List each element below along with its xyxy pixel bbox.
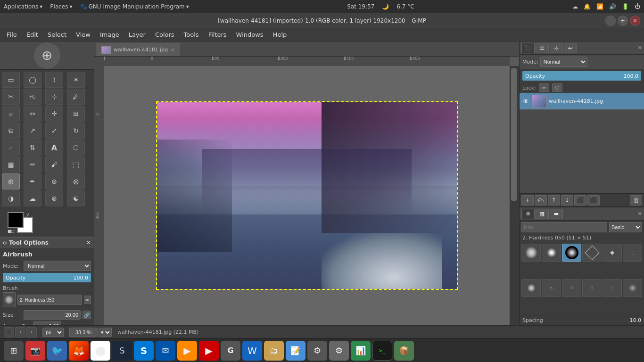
tool-airbrush[interactable]: ⊕	[2, 173, 20, 189]
mode-select[interactable]: Normal Multiply Screen	[24, 261, 91, 271]
menu-view[interactable]: View	[71, 30, 95, 39]
nav-forward-btn[interactable]: ›	[26, 327, 37, 337]
merge-down-btn[interactable]: ⬛	[574, 195, 586, 206]
size-input[interactable]	[24, 310, 81, 320]
taskbar-bluebird[interactable]: 🐦	[47, 341, 67, 361]
tool-transform[interactable]: ↗	[24, 123, 41, 139]
places-menu[interactable]: Places ▾	[50, 3, 72, 10]
tab-history[interactable]: ↩	[564, 43, 577, 53]
menu-tools[interactable]: Tools	[179, 30, 204, 39]
reset-colors-icon[interactable]: ■□	[8, 229, 15, 233]
taskbar-youtube[interactable]: ▶	[199, 341, 219, 361]
menu-filters[interactable]: Filters	[204, 30, 231, 39]
tool-free-select[interactable]: ⌇	[45, 72, 63, 88]
brush-cell-3[interactable]	[582, 244, 602, 262]
menu-colors[interactable]: Colors	[150, 30, 179, 39]
taskbar-files[interactable]: 🗂	[264, 341, 284, 361]
menu-edit[interactable]: Edit	[22, 30, 43, 39]
tab-close-btn[interactable]: ×	[171, 47, 174, 52]
taskbar-thunderbird[interactable]: ✉	[156, 341, 175, 361]
menu-help[interactable]: Help	[268, 30, 292, 39]
taskbar-gnome-settings[interactable]: ⚙	[307, 341, 327, 361]
tool-ink[interactable]: ✒	[24, 173, 41, 189]
tab-gradients[interactable]: ▬	[550, 209, 563, 219]
canvas-scrollbar-vertical[interactable]	[510, 66, 519, 331]
taskbar-gedit[interactable]: 📝	[286, 341, 305, 361]
brush-cell-4[interactable]: ✦	[603, 244, 622, 262]
layer-mode-select[interactable]: Normal Multiply Screen	[540, 57, 587, 67]
right-panel-close[interactable]: ✕	[638, 45, 642, 51]
taskbar-libreoffice[interactable]: W	[242, 341, 262, 361]
lock-pixels-btn[interactable]: ✏	[539, 83, 549, 92]
tool-scissors[interactable]: ✂	[2, 89, 20, 105]
tool-rotate[interactable]: ↻	[67, 123, 85, 139]
tool-bucket-fill[interactable]: ⬡	[67, 140, 85, 156]
brush-cell-2[interactable]	[562, 244, 581, 262]
brush-edit-icon[interactable]: ✏	[84, 296, 91, 304]
raise-layer-btn[interactable]: ↑	[548, 195, 560, 206]
brush-cell-6[interactable]	[521, 279, 541, 297]
taskbar-gimp[interactable]: G	[221, 341, 240, 361]
duplicate-layer-btn[interactable]: ⬛	[587, 195, 600, 206]
brush-cell-7[interactable]: ·:·	[542, 279, 561, 297]
brush-preset-select[interactable]: Basic,	[609, 222, 642, 232]
brush-preview-thumb[interactable]	[3, 292, 16, 307]
tool-convolve[interactable]: ⊗	[45, 190, 63, 206]
tool-blend[interactable]: ▦	[2, 156, 20, 173]
brush-cell-11[interactable]	[623, 279, 642, 297]
taskbar-steam[interactable]: S	[112, 341, 132, 361]
tool-zoom[interactable]: ⌕	[2, 106, 20, 122]
tool-align[interactable]: ⊞	[67, 106, 85, 122]
swap-colors-icon[interactable]: ↗	[25, 212, 30, 218]
brush-cell-1[interactable]	[542, 244, 561, 262]
taskbar-chrome[interactable]: ⬤	[91, 341, 110, 361]
taskbar-firefox[interactable]: 🦊	[69, 341, 89, 361]
brush-cell-9[interactable]: ⠿	[582, 279, 602, 297]
tool-paintbrush[interactable]: 🖌	[45, 156, 63, 173]
opacity-bar[interactable]: Opacity 100.0	[3, 273, 91, 282]
taskbar-terminal[interactable]: >_	[372, 341, 392, 361]
brush-cell-5[interactable]: ::.	[623, 244, 642, 262]
tool-fuzzy-select[interactable]: ✶	[67, 72, 85, 88]
tool-color-balance[interactable]: ☯	[67, 190, 85, 206]
tool-pencil[interactable]: ✏	[24, 156, 41, 173]
brush-filter-input[interactable]	[521, 222, 607, 232]
taskbar-archive[interactable]: 📦	[394, 341, 414, 361]
menu-image[interactable]: Image	[95, 30, 124, 39]
tool-scale[interactable]: ⤢	[45, 123, 63, 139]
tool-text[interactable]: A	[45, 140, 63, 156]
brush-cell-0[interactable]	[521, 244, 541, 262]
gimp-menu[interactable]: 🐾 GNU Image Manipulation Program ▾	[80, 3, 189, 10]
menu-select[interactable]: Select	[43, 30, 71, 39]
close-button[interactable]: ✕	[630, 16, 640, 26]
brush-name-field[interactable]	[17, 295, 82, 305]
tool-colorpick[interactable]: 🖊	[67, 89, 85, 105]
tool-ellipse-select[interactable]: ◯	[24, 72, 41, 88]
tab-layers[interactable]: ⬛	[521, 43, 535, 53]
maximize-button[interactable]: +	[618, 16, 628, 26]
nav-back-btn[interactable]: ‹	[15, 327, 25, 337]
layer-item-0[interactable]: 👁 wallhaven-44181.jpg	[520, 93, 644, 110]
taskbar-skype[interactable]: S	[134, 341, 154, 361]
unit-select[interactable]: px mm in	[42, 328, 64, 337]
tool-eraser[interactable]: ⬚	[67, 156, 85, 173]
tool-flip[interactable]: ⇅	[24, 140, 41, 156]
brushes-panel-close[interactable]: ✕	[638, 211, 642, 217]
zoom-input[interactable]	[69, 328, 98, 337]
fg-color-swatch[interactable]	[8, 212, 24, 228]
layers-opacity-bar[interactable]: Opacity 100.0	[522, 71, 641, 81]
tool-crop[interactable]: ⧉	[2, 123, 20, 139]
taskbar-monitor[interactable]: 📊	[351, 341, 371, 361]
tab-brushes[interactable]: ⊛	[521, 209, 535, 219]
layer-visibility-toggle[interactable]: 👁	[521, 97, 530, 106]
canvas-fit-btn[interactable]: ⬛	[4, 327, 14, 337]
tab-channels[interactable]: ☰	[536, 43, 549, 53]
tool-smudge[interactable]: ☁	[24, 190, 41, 206]
tool-dodge-burn[interactable]: ◑	[2, 190, 20, 206]
menu-layer[interactable]: Layer	[124, 30, 150, 39]
tab-patterns[interactable]: ▦	[536, 209, 549, 219]
apps-menu[interactable]: Applications ▾	[4, 3, 42, 10]
new-layer-group-btn[interactable]: 🗁	[535, 195, 547, 206]
taskbar-vlc[interactable]: ▶	[177, 341, 197, 361]
zoom-dropdown[interactable]: ▾	[99, 328, 112, 337]
